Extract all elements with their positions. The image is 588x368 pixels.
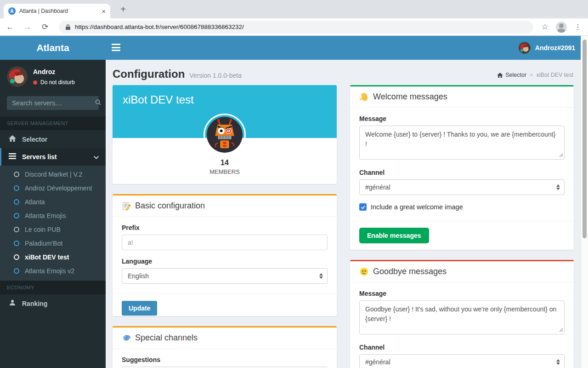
sidebar-item-label: Ranking [22, 300, 47, 307]
chevron-down-icon [94, 153, 99, 161]
cyclone-icon [122, 334, 131, 343]
circle-icon [14, 227, 19, 232]
androz-avatar-image [519, 42, 531, 54]
enable-messages-button[interactable]: Enable messages [359, 228, 429, 243]
tab-title: Atlanta | Dashboard [19, 8, 98, 14]
circle-icon [14, 254, 19, 260]
list-icon [8, 153, 17, 161]
server-item[interactable]: Le coin PUB [0, 223, 106, 236]
sidebar-item-servers-list[interactable]: Servers list [0, 148, 106, 166]
suggestions-label: Suggestions [122, 356, 328, 363]
prefix-input[interactable] [122, 235, 328, 250]
main-content: Configuration Version 1.0.0-beta Selecto… [106, 60, 588, 368]
sidebar-user-avatar [7, 66, 28, 87]
lock-icon [65, 24, 71, 30]
app-header: Atlanta Androz#2091 [0, 36, 588, 60]
member-count: 14 [113, 159, 337, 167]
breadcrumb-selector-link[interactable]: Selector [497, 72, 526, 78]
members-label: MEMBERS [113, 168, 337, 175]
server-search-input[interactable] [12, 99, 95, 107]
section-server-management: SERVER MANAGEMENT [0, 116, 106, 130]
sidebar-item-label: Selector [22, 136, 47, 143]
welcome-image-checkbox-label[interactable]: Include a great welcome image [371, 203, 463, 211]
server-search[interactable] [7, 96, 99, 110]
reload-icon[interactable]: ⟳ [40, 22, 51, 32]
waving-hand-icon [359, 92, 369, 102]
browser-menu-icon[interactable]: ⋮ [574, 23, 582, 31]
basic-configuration-card: Basic configuration Prefix Language Engl… [113, 194, 337, 316]
server-overview-card: xiBot DEV test [113, 85, 337, 184]
server-item[interactable]: Discord Market | V.2 [0, 167, 106, 181]
language-label: Language [122, 258, 328, 265]
server-item[interactable]: Paladium'Bot [0, 236, 106, 250]
goodbye-channel-select[interactable]: #général [359, 354, 565, 368]
page-version: Version 1.0.0-beta [189, 72, 242, 79]
circle-icon [14, 268, 19, 274]
search-icon[interactable] [95, 99, 101, 107]
breadcrumb-separator: > [530, 72, 533, 78]
sidebar-item-label: Servers list [22, 153, 57, 161]
prefix-label: Prefix [122, 224, 328, 231]
channel-label: Channel [359, 344, 565, 351]
browser-toolbar: ← → ⟳ https://dashboard.atlanta-bot.fr/s… [0, 18, 588, 36]
page-title: Configuration [113, 68, 185, 80]
sidebar: Androz Do not disturb SERVER MANAGEMENT … [0, 60, 106, 368]
update-button[interactable]: Update [122, 301, 157, 316]
browser-tab[interactable]: A Atlanta | Dashboard × [4, 4, 110, 18]
user-avatar [519, 42, 531, 54]
browser-profile-icon[interactable] [556, 22, 567, 33]
card-title: Goodbye messages [373, 267, 447, 276]
address-bar[interactable]: https://dashboard.atlanta-bot.fr/server/… [59, 21, 533, 34]
page-scrollbar[interactable] [581, 36, 588, 368]
server-item[interactable]: Atlanta [0, 195, 106, 209]
server-item[interactable]: Atlanta Emojis v2 [0, 264, 106, 278]
breadcrumb: Selector > xiBot DEV test [497, 72, 573, 78]
sidebar-item-selector[interactable]: Selector [0, 130, 106, 148]
forward-icon[interactable]: → [22, 23, 33, 32]
welcome-channel-select[interactable]: #général [359, 179, 565, 195]
circle-icon [14, 199, 19, 205]
welcome-messages-card: Welcome messages Message Welcome {user} … [350, 85, 574, 250]
welcome-message-textarea[interactable]: Welcome {user} to {server} ! Thanks to y… [359, 126, 565, 160]
server-item[interactable]: Atlanta Emojis [0, 209, 106, 223]
breadcrumb-current: xiBot DEV test [536, 72, 573, 78]
sidebar-item-ranking[interactable]: Ranking [0, 294, 106, 312]
message-label: Message [359, 290, 565, 297]
sidebar-toggle-icon[interactable] [112, 44, 120, 51]
scrollbar-thumb[interactable] [582, 40, 587, 238]
browser-tab-strip: A Atlanta | Dashboard × + [0, 0, 588, 18]
circle-icon [14, 241, 19, 246]
tab-close-icon[interactable]: × [102, 7, 106, 15]
person-icon [8, 299, 17, 307]
servers-submenu: Discord Market | V.2 Androz Développemen… [0, 166, 106, 281]
sidebar-user-status: Do not disturb [40, 79, 75, 86]
section-economy: ECONOMY [0, 281, 106, 294]
server-name: xiBot DEV test [123, 93, 194, 106]
atlanta-favicon-icon: A [8, 7, 16, 15]
new-tab-button[interactable]: + [117, 3, 130, 16]
sidebar-user-name: Androz [33, 68, 75, 75]
welcome-image-checkbox[interactable] [359, 203, 367, 211]
server-robot-avatar [207, 117, 243, 153]
server-item[interactable]: Androz Développement [0, 181, 106, 195]
card-title: Basic configuration [135, 201, 205, 211]
channel-label: Channel [359, 169, 565, 176]
language-select[interactable]: English [122, 268, 328, 284]
goodbye-messages-card: Goodbye messages Message Goodbye {user} … [350, 260, 574, 368]
special-channels-card: Special channels Suggestions [113, 326, 337, 368]
back-icon[interactable]: ← [5, 23, 16, 32]
home-icon [8, 135, 17, 143]
card-title: Welcome messages [373, 92, 447, 102]
crying-face-icon [359, 267, 369, 276]
message-label: Message [359, 115, 565, 122]
brand-logo[interactable]: Atlanta [0, 36, 106, 60]
memo-icon [122, 201, 131, 211]
header-user-menu[interactable]: Androz#2091 [519, 36, 575, 60]
circle-icon [14, 185, 19, 191]
url-text: https://dashboard.atlanta-bot.fr/server/… [75, 23, 244, 30]
home-icon [497, 73, 503, 78]
server-item[interactable]: xiBot DEV test [0, 250, 106, 264]
card-title: Special channels [135, 333, 198, 343]
goodbye-message-textarea[interactable]: Goodbye {user} ! It's sad, without you w… [359, 300, 565, 334]
bookmark-star-icon[interactable]: ☆ [542, 22, 548, 32]
